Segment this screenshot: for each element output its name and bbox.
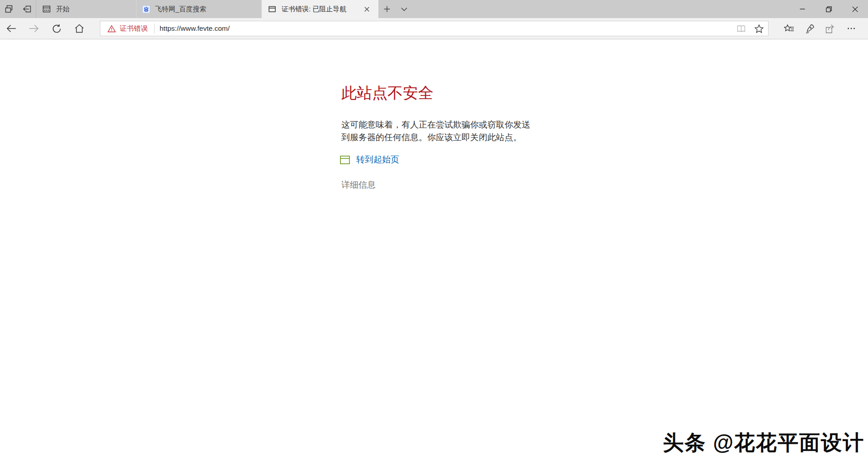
- star-icon: [755, 24, 764, 33]
- back-button[interactable]: [0, 18, 23, 39]
- certificate-error-badge[interactable]: 证书错误: [100, 24, 154, 33]
- details-link[interactable]: 详细信息: [341, 179, 376, 191]
- toolbar-right-group: [778, 18, 862, 39]
- tab-label: 开始: [56, 5, 130, 14]
- tab-label: 飞特网_百度搜索: [155, 5, 255, 14]
- favorites-hub-icon: [784, 24, 794, 33]
- settings-more-button[interactable]: [841, 18, 862, 39]
- window-arrow-left-icon: [22, 5, 32, 14]
- watermark: 头条 @花花平面设计: [663, 429, 864, 457]
- certificate-error-label: 证书错误: [120, 24, 148, 33]
- tab-start[interactable]: 开始: [36, 0, 136, 18]
- forward-arrow-icon: [29, 24, 39, 33]
- close-icon: [852, 6, 858, 12]
- refresh-button[interactable]: [45, 18, 68, 39]
- close-window-button[interactable]: [842, 0, 868, 18]
- back-arrow-icon: [6, 24, 16, 33]
- home-icon: [75, 24, 84, 33]
- forward-button[interactable]: [23, 18, 45, 39]
- home-button[interactable]: [68, 18, 90, 39]
- add-favorite-button[interactable]: [750, 21, 768, 36]
- tab-list-dropdown-button[interactable]: [396, 0, 413, 18]
- tab-label: 证书错误: 已阻止导航: [282, 5, 356, 14]
- plus-icon: [384, 6, 390, 12]
- warning-triangle-icon: [108, 25, 116, 33]
- book-icon: [736, 25, 746, 33]
- restore-icon: [826, 6, 832, 12]
- minimize-button[interactable]: [789, 0, 816, 18]
- browser-toolbar: 证书错误: [0, 18, 868, 39]
- error-description: 这可能意味着，有人正在尝试欺骗你或窃取你发送到服务器的任何信息。你应该立即关闭此…: [341, 119, 538, 144]
- pen-icon: [805, 24, 815, 33]
- refresh-icon: [52, 24, 61, 33]
- go-to-start-link[interactable]: 转到起始页: [340, 154, 399, 166]
- tab-certificate-error-active[interactable]: 证书错误: 已阻止导航: [261, 0, 378, 18]
- favorites-hub-button[interactable]: [778, 18, 799, 39]
- page-content: 此站点不安全 这可能意味着，有人正在尝试欺骗你或窃取你发送到服务器的任何信息。你…: [0, 40, 868, 466]
- ellipsis-icon: [847, 27, 855, 30]
- share-button[interactable]: [820, 18, 841, 39]
- start-page-window-icon: [340, 156, 350, 164]
- page-title: 此站点不安全: [341, 83, 434, 102]
- tab-bar: 开始 du 飞特网_百度搜索 证书错误: 已阻止导航: [0, 0, 868, 18]
- reading-view-button[interactable]: [732, 21, 750, 36]
- window-drag-region: [413, 0, 789, 18]
- tabs-set-aside-button[interactable]: [0, 0, 18, 18]
- minimize-icon: [800, 6, 805, 12]
- chevron-down-icon: [401, 7, 407, 11]
- tab-baidu-search[interactable]: du 飞特网_百度搜索: [136, 0, 261, 18]
- tab-close-button[interactable]: [361, 3, 373, 15]
- svg-text:du: du: [145, 9, 147, 11]
- page-icon: [268, 5, 277, 14]
- stacked-windows-icon: [5, 5, 14, 14]
- share-icon: [826, 24, 835, 33]
- baidu-favicon: du: [142, 5, 150, 13]
- web-note-button[interactable]: [799, 18, 820, 39]
- go-to-start-link-label: 转到起始页: [356, 154, 399, 166]
- address-bar[interactable]: 证书错误: [100, 21, 769, 36]
- set-tabs-aside-button[interactable]: [18, 0, 36, 18]
- new-tab-button[interactable]: [378, 0, 396, 18]
- start-page-icon: [42, 5, 51, 14]
- url-input[interactable]: [155, 21, 732, 36]
- restore-button[interactable]: [816, 0, 842, 18]
